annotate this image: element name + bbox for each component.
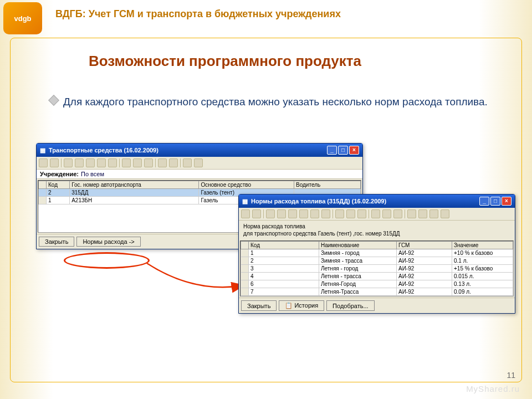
filter-bar: Учреждение: По всем (37, 170, 362, 179)
window-titlebar[interactable]: ▦ Транспортные средства (16.02.2009) _ □… (37, 144, 362, 157)
data-grid[interactable]: Код Наименование ГСМ Значение 1Зимняя - … (241, 241, 513, 296)
help-icon[interactable] (183, 158, 192, 167)
toolbar-icon[interactable] (393, 209, 402, 218)
column-header[interactable]: Значение (452, 242, 513, 249)
table-row[interactable]: 7Летняя-ТрассаАИ-920.09 л. (241, 288, 513, 296)
cell-gsm[interactable]: АИ-92 (397, 265, 452, 273)
cell-name[interactable]: Летняя - город (319, 265, 397, 273)
pointer-icon[interactable] (194, 158, 203, 167)
toolbar-icon[interactable] (50, 158, 59, 167)
cell-gsm[interactable]: АИ-92 (397, 257, 452, 265)
diamond-icon (48, 95, 59, 106)
minimize-button[interactable]: _ (327, 146, 337, 155)
pick-button[interactable]: Подобрать... (326, 300, 375, 311)
row-marker (241, 265, 249, 273)
row-marker (241, 288, 249, 296)
maximize-button[interactable]: □ (490, 197, 500, 206)
help-icon[interactable] (429, 209, 438, 218)
toolbar-icon[interactable] (407, 209, 416, 218)
cell-gsm[interactable]: АИ-92 (397, 273, 452, 280)
cell-gsm[interactable]: АИ-92 (397, 280, 452, 288)
toolbar-icon[interactable] (346, 209, 355, 218)
filter-value[interactable]: По всем (81, 171, 104, 177)
column-header[interactable]: Водитель (294, 181, 361, 189)
maximize-button[interactable]: □ (338, 146, 348, 155)
toolbar-icon[interactable] (299, 209, 308, 218)
toolbar-icon[interactable] (241, 209, 250, 218)
toolbar-icon[interactable] (158, 158, 167, 167)
close-button[interactable]: × (502, 197, 511, 206)
row-header-col (241, 242, 249, 249)
cell-gosnum[interactable]: 315ДД (70, 189, 199, 197)
toolbar-icon[interactable] (133, 158, 142, 167)
table-row[interactable]: 1Зимняя - городАИ-92+10 % к базово (241, 249, 513, 257)
column-header[interactable]: Код (47, 181, 70, 189)
cell-code[interactable]: 2 (249, 257, 319, 265)
column-header[interactable]: Наименование (319, 242, 397, 249)
toolbar-icon[interactable] (335, 209, 344, 218)
table-row[interactable]: 3Летняя - городАИ-92+15 % к базово (241, 265, 513, 273)
cell-value[interactable]: 0.13 л. (452, 280, 513, 288)
window-titlebar[interactable]: ▦ Нормы расхода топлива (315ДД) (16.02.2… (239, 195, 515, 208)
toolbar-separator (369, 209, 369, 218)
cell-name[interactable]: Летняя-Трасса (319, 288, 397, 296)
norms-button[interactable]: Нормы расхода -> (76, 237, 140, 247)
cell-value[interactable]: 0.09 л. (452, 288, 513, 296)
close-button[interactable]: × (349, 146, 359, 155)
table-row[interactable]: 2Зимняя - трассаАИ-920.1 л. (241, 257, 513, 265)
cell-gosnum[interactable]: А213БН (70, 197, 199, 204)
toolbar-icon[interactable] (310, 209, 319, 218)
toolbar-icon[interactable] (288, 209, 297, 218)
toolbar-icon[interactable] (122, 158, 131, 167)
history-button[interactable]: 📋 История (279, 300, 324, 311)
page-number: 11 (507, 371, 515, 380)
toolbar-icon[interactable] (169, 158, 178, 167)
cell-name[interactable]: Зимняя - трасса (319, 257, 397, 265)
toolbar-icon[interactable] (277, 209, 286, 218)
cell-code[interactable]: 1 (47, 197, 70, 204)
toolbar-icon[interactable] (321, 209, 330, 218)
toolbar-icon[interactable] (39, 158, 48, 167)
toolbar-icon[interactable] (75, 158, 84, 167)
toolbar-icon[interactable] (252, 209, 261, 218)
cell-name[interactable]: Летняя - трасса (319, 273, 397, 280)
toolbar-icon[interactable] (108, 158, 117, 167)
toolbar-icon[interactable] (86, 158, 95, 167)
close-button[interactable]: Закрыть (241, 300, 277, 311)
column-header[interactable]: Код (249, 242, 319, 249)
row-header-col (39, 181, 47, 189)
cell-value[interactable]: 0.015 л. (452, 273, 513, 280)
table-row[interactable]: 6Летняя-ГородАИ-920.13 л. (241, 280, 513, 288)
bullet-text: Для каждого транспортного средства можно… (63, 94, 488, 110)
cell-value[interactable]: +10 % к базово (452, 249, 513, 257)
toolbar-icon[interactable] (371, 209, 380, 218)
pointer-icon[interactable] (441, 209, 449, 218)
column-header[interactable]: Гос. номер автотранспорта (70, 181, 199, 189)
toolbar-icon[interactable] (382, 209, 391, 218)
toolbar-icon[interactable] (97, 158, 106, 167)
cell-code[interactable]: 6 (249, 280, 319, 288)
cell-code[interactable]: 2 (47, 189, 70, 197)
window-title-text: Транспортные средства (16.02.2009) (49, 147, 324, 154)
toolbar-icon[interactable] (266, 209, 275, 218)
cell-code[interactable]: 4 (249, 273, 319, 280)
minimize-button[interactable]: _ (479, 197, 489, 206)
toolbar-icon[interactable] (357, 209, 366, 218)
toolbar-icon[interactable] (418, 209, 427, 218)
close-button[interactable]: Закрыть (39, 237, 74, 247)
table-row[interactable]: 4Летняя - трассаАИ-920.015 л. (241, 273, 513, 280)
toolbar-icon[interactable] (64, 158, 73, 167)
column-header[interactable]: Основное средство (199, 181, 294, 189)
toolbar-icon[interactable] (144, 158, 153, 167)
cell-code[interactable]: 7 (249, 288, 319, 296)
cell-gsm[interactable]: АИ-92 (397, 288, 452, 296)
cell-value[interactable]: +15 % к базово (452, 265, 513, 273)
cell-name[interactable]: Зимняя - город (319, 249, 397, 257)
cell-gsm[interactable]: АИ-92 (397, 249, 452, 257)
cell-value[interactable]: 0.1 л. (452, 257, 513, 265)
column-header[interactable]: ГСМ (397, 242, 452, 249)
window-title-text: Нормы расхода топлива (315ДД) (16.02.200… (251, 198, 476, 204)
cell-name[interactable]: Летняя-Город (319, 280, 397, 288)
cell-code[interactable]: 1 (249, 249, 319, 257)
cell-code[interactable]: 3 (249, 265, 319, 273)
